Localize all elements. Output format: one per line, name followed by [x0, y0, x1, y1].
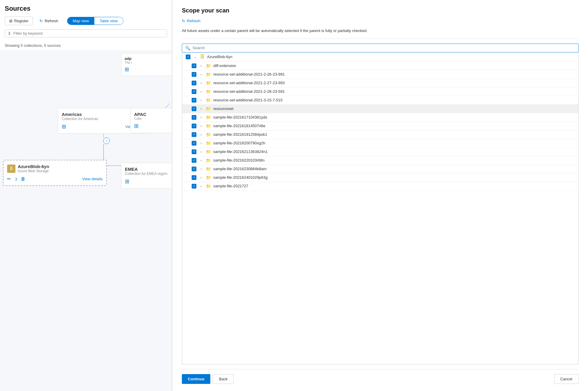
item-folder-12: 📁	[206, 167, 211, 171]
right-footer: Continue Back Cancel	[182, 369, 579, 384]
list-item[interactable]: › 📁 sample-file-20216200790xg2h	[182, 139, 578, 148]
item-name-7: sample-file-202161814507r8ie	[213, 124, 575, 128]
item-checkbox-6[interactable]	[192, 115, 196, 120]
item-checkbox-10[interactable]	[192, 149, 196, 154]
item-checkbox-12[interactable]	[192, 167, 196, 171]
adp-subtitle: The r	[125, 61, 172, 64]
refresh-icon: ↻	[39, 19, 43, 23]
connect-button[interactable]: ↄ	[15, 176, 17, 182]
list-item[interactable]: › 📁 resource-set-additional-2021-2-26-23…	[182, 70, 578, 79]
item-checkbox-3[interactable]	[192, 89, 196, 94]
tree-wrapper: ⌄ 🗄 AzureBlob-6yn › 📁 diff-extension › 📁…	[182, 52, 579, 365]
item-name-5: resourceset	[213, 106, 575, 111]
item-folder-4: 📁	[206, 98, 211, 103]
list-item[interactable]: › 📁 resource-set-additional-2021-3-15-7-…	[182, 96, 578, 105]
item-chevron-3: ›	[199, 90, 204, 94]
right-refresh-button[interactable]: ↻ Refresh	[182, 19, 579, 23]
map-view-button[interactable]: Map view	[67, 17, 94, 25]
azureblob-subtitle: Azure Blob Storage	[18, 169, 49, 173]
item-folder-1: 📁	[206, 72, 211, 77]
sources-title: Sources	[5, 5, 167, 12]
item-checkbox-14[interactable]	[192, 184, 196, 189]
list-item[interactable]: › 📁 diff-extension	[182, 62, 578, 70]
item-name-3: resource-set-additional-2021-2-28-23-591	[213, 89, 575, 94]
item-chevron-2: ›	[199, 81, 204, 85]
item-chevron-12: ›	[199, 167, 204, 171]
azureblob-footer: ✏ ↄ 🗑 View details	[7, 176, 103, 182]
back-button[interactable]: Back	[213, 374, 234, 384]
register-label: Register	[14, 19, 28, 23]
item-checkbox-7[interactable]	[192, 124, 196, 128]
item-chevron-0: ›	[199, 64, 204, 68]
item-folder-2: 📁	[206, 81, 211, 85]
apac-subtitle: Colle	[134, 117, 172, 120]
search-input[interactable]	[193, 46, 575, 50]
refresh-label: Refresh	[45, 19, 58, 23]
filter-input[interactable]	[13, 31, 164, 36]
apac-box: APAC Colle ⊞	[130, 108, 172, 133]
item-checkbox-11[interactable]	[192, 158, 196, 163]
item-chevron-5: ›	[199, 107, 204, 111]
list-item[interactable]: › 📁 sample-file-20216230884b8am	[182, 165, 578, 173]
root-checkbox[interactable]	[186, 55, 190, 59]
footer-left-buttons: Continue Back	[182, 374, 234, 384]
description-text: All future assets under a certain parent…	[182, 28, 579, 39]
list-item[interactable]: › 📁 resource-set-additional-2021-2-27-23…	[182, 79, 578, 87]
left-header: Sources ⊞ Register ↻ Refresh Map view Ta…	[0, 5, 172, 41]
list-item[interactable]: › 📁 sample-file-20216220103r68n	[182, 156, 578, 165]
item-chevron-9: ›	[199, 141, 204, 145]
emea-box: EMEA Collection for EMEA region ⊞	[121, 163, 172, 189]
item-checkbox-8[interactable]	[192, 132, 196, 137]
azureblob-view-link[interactable]: View details	[82, 177, 103, 181]
collapse-button[interactable]: −	[103, 138, 110, 144]
list-item[interactable]: › 📁 sample-file-2021617104381yds	[182, 113, 578, 122]
right-panel: Scope your scan ↻ Refresh All future ass…	[172, 0, 588, 391]
grid-icon: ⊞	[9, 19, 12, 23]
item-name-1: resource-set-additional-2021-2-26-23-991	[213, 72, 575, 76]
list-item[interactable]: › 📁 resourceset	[182, 105, 578, 113]
item-chevron-4: ›	[199, 98, 204, 102]
list-item[interactable]: › 📁 sample-file-202161814507r8ie	[182, 122, 578, 130]
list-item[interactable]: › 📁 sample-file-202162401029p63g	[182, 173, 578, 182]
list-item[interactable]: › 📁 sample-file-20216211363824n1	[182, 148, 578, 156]
list-item[interactable]: › 📁 sample-file-2021727	[182, 182, 578, 191]
list-item[interactable]: › 📁 resource-set-additional-2021-2-28-23…	[182, 87, 578, 96]
item-checkbox-2[interactable]	[192, 81, 196, 85]
item-checkbox-1[interactable]	[192, 72, 196, 77]
list-item[interactable]: › 📁 sample-file-202161912584psk1	[182, 130, 578, 139]
map-area: adp The r ⊞ Americas Collection for Amer…	[0, 50, 172, 391]
item-folder-0: 📁	[206, 63, 211, 68]
item-checkbox-9[interactable]	[192, 141, 196, 146]
item-checkbox-5[interactable]	[192, 106, 196, 111]
edit-button[interactable]: ✏	[7, 176, 11, 182]
delete-button[interactable]: 🗑	[21, 176, 26, 182]
cancel-button[interactable]: Cancel	[554, 374, 579, 384]
root-chevron-icon: ⌄	[193, 55, 198, 59]
tree-root-row[interactable]: ⌄ 🗄 AzureBlob-6yn	[182, 52, 578, 62]
right-refresh-icon: ↻	[182, 19, 185, 23]
toolbar: ⊞ Register ↻ Refresh Map view Table view	[5, 17, 167, 25]
item-folder-6: 📁	[206, 115, 211, 120]
adp-grid-icon: ⊞	[125, 66, 172, 73]
item-checkbox-13[interactable]	[192, 175, 196, 180]
tree-scroll-area[interactable]: ⌄ 🗄 AzureBlob-6yn › 📁 diff-extension › 📁…	[182, 52, 578, 364]
item-checkbox-4[interactable]	[192, 98, 196, 103]
item-name-2: resource-set-additional-2021-2-27-23-993	[213, 81, 575, 85]
continue-button[interactable]: Continue	[182, 374, 210, 384]
search-icon: 🔍	[185, 46, 190, 50]
item-checkbox-0[interactable]	[192, 63, 196, 68]
item-name-14: sample-file-2021727	[213, 184, 575, 188]
refresh-button[interactable]: ↻ Refresh	[35, 17, 62, 25]
apac-grid-icon: ⊞	[134, 123, 172, 129]
table-view-button[interactable]: Table view	[94, 17, 123, 25]
item-chevron-6: ›	[199, 115, 204, 119]
search-bar: 🔍	[182, 44, 579, 52]
item-name-13: sample-file-202162401029p63g	[213, 175, 575, 180]
emea-title: EMEA	[125, 167, 172, 172]
item-chevron-13: ›	[199, 175, 204, 180]
apac-title: APAC	[134, 112, 172, 117]
azureblob-text: AzureBlob-6yn Azure Blob Storage	[18, 164, 49, 173]
root-folder-icon: 🗄	[200, 54, 205, 60]
register-button[interactable]: ⊞ Register	[5, 17, 33, 25]
item-name-10: sample-file-20216211363824n1	[213, 149, 575, 154]
